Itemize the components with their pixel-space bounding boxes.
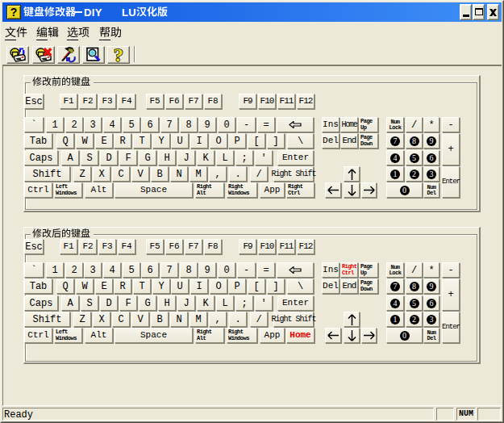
svg-text:?: ? <box>114 47 123 64</box>
